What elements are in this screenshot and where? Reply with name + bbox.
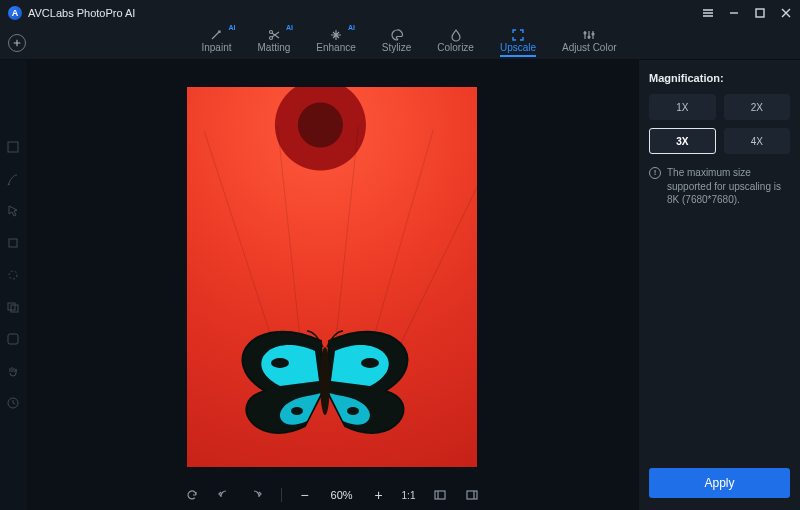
sparkle-icon: AI <box>329 28 343 42</box>
scissors-icon: AI <box>267 28 281 42</box>
rotate-icon[interactable] <box>185 488 199 502</box>
tab-upscale[interactable]: Upscale <box>500 28 536 57</box>
compare-icon[interactable] <box>465 488 479 502</box>
svg-point-13 <box>271 358 289 368</box>
image-viewport[interactable] <box>26 60 638 480</box>
zoom-value: 60% <box>328 489 356 501</box>
zoom-in-button[interactable]: + <box>374 487 384 503</box>
history-tool-icon[interactable] <box>6 396 20 410</box>
hand-tool-icon[interactable] <box>6 364 20 378</box>
svg-point-17 <box>320 347 330 415</box>
app-title: AVCLabs PhotoPro AI <box>28 7 135 19</box>
sliders-icon <box>582 28 596 42</box>
svg-rect-11 <box>8 334 18 344</box>
zoom-out-button[interactable]: − <box>300 487 310 503</box>
svg-point-5 <box>592 33 594 35</box>
svg-rect-18 <box>435 491 445 499</box>
ai-badge: AI <box>286 24 293 31</box>
magnification-2x[interactable]: 2X <box>724 94 791 120</box>
tab-label: Stylize <box>382 42 411 53</box>
svg-point-15 <box>291 407 303 415</box>
window-controls <box>702 7 792 19</box>
ai-badge: AI <box>228 24 235 31</box>
droplet-icon <box>449 28 463 42</box>
tab-label: Adjust Color <box>562 42 616 53</box>
svg-point-14 <box>361 358 379 368</box>
tab-label: Colorize <box>437 42 474 53</box>
separator <box>281 488 282 502</box>
expand-icon <box>511 28 525 42</box>
tab-label: Enhance <box>316 42 355 53</box>
maximize-button[interactable] <box>754 7 766 19</box>
undo-icon[interactable] <box>217 488 231 502</box>
fit-screen-icon[interactable] <box>433 488 447 502</box>
menu-icon[interactable] <box>702 7 714 19</box>
svg-point-4 <box>588 36 590 38</box>
info-text: The maximum size supported for upscaling… <box>667 166 790 207</box>
svg-rect-0 <box>756 9 764 17</box>
tool-tabs: AIInpaintAIMattingAIEnhanceStylizeColori… <box>201 28 616 57</box>
app-brand: A AVCLabs PhotoPro AI <box>8 6 135 20</box>
tab-adjust-color[interactable]: Adjust Color <box>562 28 616 57</box>
shape-tool-icon[interactable] <box>6 332 20 346</box>
tab-enhance[interactable]: AIEnhance <box>316 28 355 57</box>
left-toolbar <box>0 60 26 510</box>
tab-inpaint[interactable]: AIInpaint <box>201 28 231 57</box>
tab-matting[interactable]: AIMatting <box>258 28 291 57</box>
svg-rect-7 <box>9 239 17 247</box>
canvas-area: − 60% + 1:1 <box>26 60 638 510</box>
info-icon: ! <box>649 167 661 179</box>
max-size-info: ! The maximum size supported for upscali… <box>649 166 790 207</box>
tab-label: Inpaint <box>201 42 231 53</box>
tab-label: Matting <box>258 42 291 53</box>
svg-rect-6 <box>8 142 18 152</box>
svg-point-16 <box>347 407 359 415</box>
tab-stylize[interactable]: Stylize <box>382 28 411 57</box>
add-image-button[interactable] <box>8 34 26 52</box>
butterfly-illustration <box>215 311 435 451</box>
lasso-tool-icon[interactable] <box>6 268 20 282</box>
ai-badge: AI <box>348 24 355 31</box>
svg-point-8 <box>9 271 17 279</box>
rect-select-tool-icon[interactable] <box>6 140 20 154</box>
svg-rect-19 <box>467 491 477 499</box>
wand-icon: AI <box>209 28 223 42</box>
brush-tool-icon[interactable] <box>6 172 20 186</box>
tab-colorize[interactable]: Colorize <box>437 28 474 57</box>
apply-button[interactable]: Apply <box>649 468 790 498</box>
svg-point-3 <box>584 32 586 34</box>
magnification-4x[interactable]: 4X <box>724 128 791 154</box>
main-area: − 60% + 1:1 Magnification: 1X2X3X4X ! Th… <box>0 60 800 510</box>
redo-icon[interactable] <box>249 488 263 502</box>
settings-panel: Magnification: 1X2X3X4X ! The maximum si… <box>638 60 800 510</box>
magnification-3x[interactable]: 3X <box>649 128 716 154</box>
crop-tool-icon[interactable] <box>6 236 20 250</box>
panel-title: Magnification: <box>649 72 790 84</box>
zoom-actual-button[interactable]: 1:1 <box>402 490 416 501</box>
app-logo-icon: A <box>8 6 22 20</box>
magnification-options: 1X2X3X4X <box>649 94 790 154</box>
tab-bar: AIInpaintAIMattingAIEnhanceStylizeColori… <box>0 26 800 60</box>
palette-icon <box>390 28 404 42</box>
close-button[interactable] <box>780 7 792 19</box>
minimize-button[interactable] <box>728 7 740 19</box>
pointer-tool-icon[interactable] <box>6 204 20 218</box>
layers-tool-icon[interactable] <box>6 300 20 314</box>
magnification-1x[interactable]: 1X <box>649 94 716 120</box>
preview-image <box>187 87 477 467</box>
title-bar: A AVCLabs PhotoPro AI <box>0 0 800 26</box>
canvas-bottom-bar: − 60% + 1:1 <box>185 480 480 510</box>
tab-label: Upscale <box>500 42 536 53</box>
